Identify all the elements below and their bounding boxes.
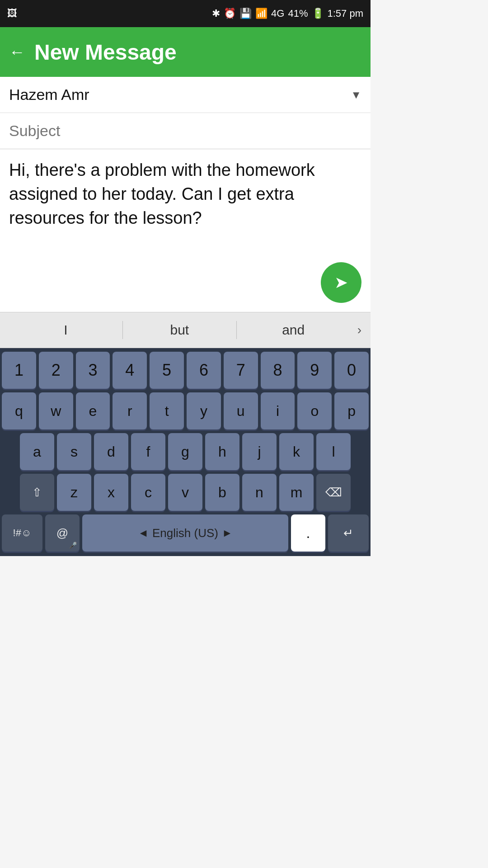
key-z[interactable]: z <box>57 474 91 511</box>
key-x[interactable]: x <box>94 474 128 511</box>
key-r[interactable]: r <box>113 392 147 429</box>
autocomplete-word-2[interactable]: but <box>123 322 236 338</box>
period-key[interactable]: . <box>291 514 325 552</box>
enter-key[interactable]: ↵ <box>328 514 369 552</box>
lang-prev-icon[interactable]: ◄ <box>138 527 149 539</box>
keyboard-number-row: 1 2 3 4 5 6 7 8 9 0 <box>2 352 369 389</box>
key-3[interactable]: 3 <box>76 352 110 389</box>
network-label: 4G <box>271 8 284 19</box>
key-g[interactable]: g <box>168 433 202 470</box>
key-h[interactable]: h <box>205 433 239 470</box>
autocomplete-next-icon[interactable]: › <box>350 323 361 337</box>
key-2[interactable]: 2 <box>39 352 73 389</box>
recipient-name: Hazem Amr <box>9 86 351 104</box>
key-y[interactable]: y <box>187 392 221 429</box>
keyboard-asdf-row: a s d f g h j k l <box>2 433 369 470</box>
app-header: ← New Message <box>0 27 371 77</box>
key-n[interactable]: n <box>242 474 277 511</box>
bluetooth-icon: ✱ <box>212 8 220 19</box>
autocomplete-word-3[interactable]: and <box>237 322 350 338</box>
keyboard-qwerty-row: q w e r t y u i o p <box>2 392 369 429</box>
key-1[interactable]: 1 <box>2 352 36 389</box>
autocomplete-word-1[interactable]: I <box>9 322 122 338</box>
key-j[interactable]: j <box>242 433 277 470</box>
page-title: New Message <box>34 40 177 65</box>
send-icon: ➤ <box>334 273 348 292</box>
battery-icon: 🔋 <box>312 8 324 19</box>
alarm-icon: ⏰ <box>224 8 236 19</box>
key-s[interactable]: s <box>57 433 91 470</box>
key-a[interactable]: a <box>20 433 54 470</box>
space-label: English (US) <box>152 526 218 540</box>
key-k[interactable]: k <box>279 433 314 470</box>
back-button[interactable]: ← <box>9 42 25 61</box>
mic-icon: 🎤 <box>69 542 77 549</box>
symbols-key[interactable]: !#☺ <box>2 514 42 552</box>
key-f[interactable]: f <box>131 433 165 470</box>
key-e[interactable]: e <box>76 392 110 429</box>
battery-label: 41% <box>288 8 308 19</box>
key-p[interactable]: p <box>334 392 369 429</box>
message-body[interactable]: Hi, there's a problem with the homework … <box>0 149 371 312</box>
key-0[interactable]: 0 <box>334 352 369 389</box>
space-key[interactable]: ◄ English (US) ► <box>82 514 288 552</box>
keyboard-bottom-row: !#☺ @ 🎤 ◄ English (US) ► . ↵ <box>2 514 369 556</box>
recipient-field[interactable]: Hazem Amr ▼ <box>0 77 371 113</box>
send-button[interactable]: ➤ <box>321 262 361 303</box>
key-d[interactable]: d <box>94 433 128 470</box>
autocomplete-bar: I but and › <box>0 312 371 348</box>
key-8[interactable]: 8 <box>261 352 295 389</box>
subject-input[interactable] <box>9 122 361 140</box>
status-right-info: ✱ ⏰ 💾 📶 4G 41% 🔋 1:57 pm <box>212 8 363 19</box>
shift-key[interactable]: ⇧ <box>20 474 54 511</box>
status-left-icons: 🖼 <box>7 8 17 19</box>
signal-icon: 📶 <box>255 8 267 19</box>
subject-field[interactable] <box>0 113 371 149</box>
key-u[interactable]: u <box>224 392 258 429</box>
time-label: 1:57 pm <box>328 8 364 19</box>
key-c[interactable]: c <box>131 474 165 511</box>
status-bar: 🖼 ✱ ⏰ 💾 📶 4G 41% 🔋 1:57 pm <box>0 0 371 27</box>
keyboard: 1 2 3 4 5 6 7 8 9 0 q w e r t y u i o p … <box>0 348 371 556</box>
lang-next-icon[interactable]: ► <box>222 527 233 539</box>
key-7[interactable]: 7 <box>224 352 258 389</box>
recipient-dropdown-icon[interactable]: ▼ <box>351 89 361 101</box>
key-l[interactable]: l <box>316 433 351 470</box>
key-t[interactable]: t <box>150 392 184 429</box>
key-5[interactable]: 5 <box>150 352 184 389</box>
key-i[interactable]: i <box>261 392 295 429</box>
message-text: Hi, there's a problem with the homework … <box>9 160 315 227</box>
key-v[interactable]: v <box>168 474 202 511</box>
key-9[interactable]: 9 <box>297 352 332 389</box>
save-icon: 💾 <box>239 8 252 19</box>
backspace-key[interactable]: ⌫ <box>316 474 351 511</box>
key-w[interactable]: w <box>39 392 73 429</box>
keyboard-zxcv-row: ⇧ z x c v b n m ⌫ <box>2 474 369 511</box>
key-q[interactable]: q <box>2 392 36 429</box>
key-4[interactable]: 4 <box>113 352 147 389</box>
image-icon: 🖼 <box>7 8 17 19</box>
at-key[interactable]: @ 🎤 <box>45 514 80 552</box>
key-m[interactable]: m <box>279 474 314 511</box>
key-o[interactable]: o <box>297 392 332 429</box>
key-b[interactable]: b <box>205 474 239 511</box>
key-6[interactable]: 6 <box>187 352 221 389</box>
